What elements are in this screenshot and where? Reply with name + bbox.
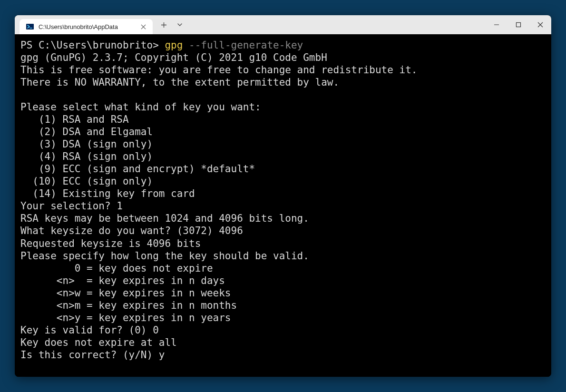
command: gpg	[165, 39, 183, 51]
close-button[interactable]	[529, 15, 551, 34]
powershell-icon	[26, 23, 34, 30]
window-controls	[486, 15, 551, 34]
svg-rect-7	[517, 23, 521, 27]
new-tab-button[interactable]	[156, 15, 172, 34]
maximize-button[interactable]	[507, 15, 529, 34]
svg-rect-0	[26, 24, 34, 29]
titlebar: C:\Users\brunobrito\AppData	[15, 15, 551, 34]
titlebar-drag-region[interactable]	[188, 15, 486, 34]
tab-dropdown-button[interactable]	[172, 15, 188, 34]
prompt: PS C:\Users\brunobrito>	[20, 39, 165, 51]
tab-active[interactable]: C:\Users\brunobrito\AppData	[20, 19, 153, 34]
command-args: --full-generate-key	[183, 39, 303, 51]
terminal-window: C:\Users\brunobrito\AppData	[15, 15, 551, 377]
tab-gutter	[15, 15, 20, 34]
tab-actions	[156, 15, 188, 34]
tab-title: C:\Users\brunobrito\AppData	[39, 23, 135, 30]
tab-close-button[interactable]	[139, 23, 147, 30]
terminal-output: gpg (GnuPG) 2.3.7; Copyright (C) 2021 g1…	[20, 52, 417, 361]
minimize-button[interactable]	[486, 15, 507, 34]
terminal-content[interactable]: PS C:\Users\brunobrito> gpg --full-gener…	[15, 34, 551, 377]
